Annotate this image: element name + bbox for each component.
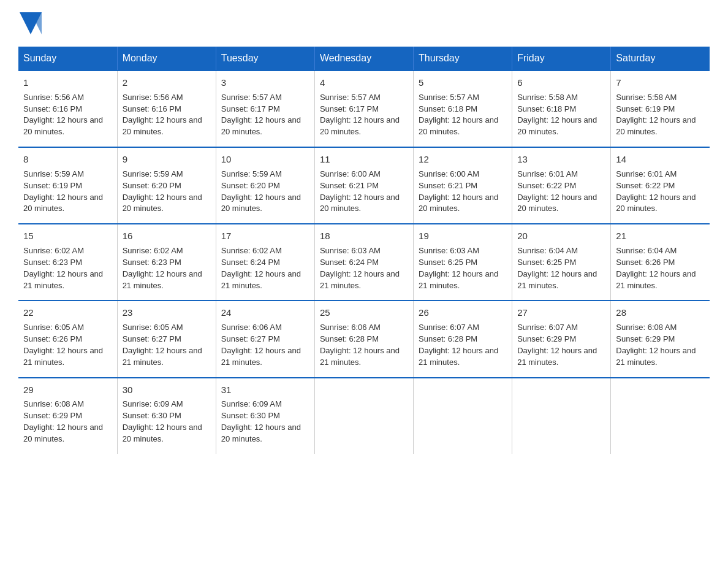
calendar-day-cell: 30Sunrise: 6:09 AMSunset: 6:30 PMDayligh… — [117, 378, 216, 454]
day-number: 14 — [616, 153, 705, 166]
day-info: Sunrise: 6:09 AMSunset: 6:30 PMDaylight:… — [221, 399, 309, 445]
page-header — [18, 12, 710, 34]
calendar-day-cell — [314, 378, 413, 454]
day-info: Sunrise: 6:02 AMSunset: 6:24 PMDaylight:… — [221, 245, 309, 291]
day-number: 3 — [221, 76, 309, 90]
day-number: 2 — [123, 76, 211, 90]
calendar-day-cell: 29Sunrise: 6:08 AMSunset: 6:29 PMDayligh… — [18, 378, 117, 454]
day-info: Sunrise: 5:58 AMSunset: 6:18 PMDaylight:… — [517, 92, 605, 138]
day-info: Sunrise: 5:57 AMSunset: 6:18 PMDaylight:… — [419, 92, 507, 138]
day-info: Sunrise: 5:57 AMSunset: 6:17 PMDaylight:… — [320, 92, 408, 138]
calendar-day-cell: 7Sunrise: 5:58 AMSunset: 6:19 PMDaylight… — [611, 71, 710, 147]
weekday-header-row: SundayMondayTuesdayWednesdayThursdayFrid… — [18, 47, 710, 71]
day-info: Sunrise: 6:00 AMSunset: 6:21 PMDaylight:… — [419, 169, 507, 215]
day-number: 19 — [419, 229, 507, 243]
calendar-day-cell: 6Sunrise: 5:58 AMSunset: 6:18 PMDaylight… — [512, 71, 611, 147]
calendar-day-cell: 31Sunrise: 6:09 AMSunset: 6:30 PMDayligh… — [216, 378, 314, 454]
day-info: Sunrise: 6:06 AMSunset: 6:28 PMDaylight:… — [320, 322, 408, 368]
calendar-body: 1Sunrise: 5:56 AMSunset: 6:16 PMDaylight… — [18, 71, 710, 454]
day-info: Sunrise: 5:59 AMSunset: 6:20 PMDaylight:… — [123, 169, 211, 215]
calendar-table: SundayMondayTuesdayWednesdayThursdayFrid… — [18, 47, 710, 454]
day-info: Sunrise: 6:02 AMSunset: 6:23 PMDaylight:… — [123, 245, 211, 291]
day-number: 17 — [221, 229, 309, 243]
day-number: 9 — [123, 153, 211, 166]
calendar-day-cell: 22Sunrise: 6:05 AMSunset: 6:26 PMDayligh… — [18, 301, 117, 377]
day-number: 5 — [419, 76, 507, 90]
calendar-day-cell: 21Sunrise: 6:04 AMSunset: 6:26 PMDayligh… — [611, 224, 710, 301]
calendar-day-cell: 17Sunrise: 6:02 AMSunset: 6:24 PMDayligh… — [216, 224, 314, 301]
calendar-day-cell: 20Sunrise: 6:04 AMSunset: 6:25 PMDayligh… — [512, 224, 611, 301]
calendar-week-row: 8Sunrise: 5:59 AMSunset: 6:19 PMDaylight… — [18, 147, 710, 224]
calendar-day-cell: 9Sunrise: 5:59 AMSunset: 6:20 PMDaylight… — [117, 147, 216, 224]
day-number: 31 — [221, 383, 309, 397]
calendar-day-cell: 4Sunrise: 5:57 AMSunset: 6:17 PMDaylight… — [314, 71, 413, 147]
day-info: Sunrise: 6:01 AMSunset: 6:22 PMDaylight:… — [616, 169, 705, 215]
calendar-day-cell: 19Sunrise: 6:03 AMSunset: 6:25 PMDayligh… — [414, 224, 512, 301]
day-number: 12 — [419, 153, 507, 166]
day-info: Sunrise: 5:56 AMSunset: 6:16 PMDaylight:… — [23, 92, 112, 138]
day-info: Sunrise: 5:56 AMSunset: 6:16 PMDaylight:… — [123, 92, 211, 138]
calendar-day-cell: 8Sunrise: 5:59 AMSunset: 6:19 PMDaylight… — [18, 147, 117, 224]
day-number: 16 — [123, 229, 211, 243]
day-info: Sunrise: 5:58 AMSunset: 6:19 PMDaylight:… — [616, 92, 705, 138]
day-info: Sunrise: 6:07 AMSunset: 6:29 PMDaylight:… — [517, 322, 605, 368]
calendar-day-cell: 23Sunrise: 6:05 AMSunset: 6:27 PMDayligh… — [117, 301, 216, 377]
day-number: 27 — [517, 306, 605, 320]
day-number: 7 — [616, 76, 705, 90]
calendar-day-cell: 1Sunrise: 5:56 AMSunset: 6:16 PMDaylight… — [18, 71, 117, 147]
calendar-week-row: 1Sunrise: 5:56 AMSunset: 6:16 PMDaylight… — [18, 71, 710, 147]
day-number: 24 — [221, 306, 309, 320]
day-info: Sunrise: 6:08 AMSunset: 6:29 PMDaylight:… — [616, 322, 705, 368]
calendar-day-cell: 15Sunrise: 6:02 AMSunset: 6:23 PMDayligh… — [18, 224, 117, 301]
calendar-week-row: 15Sunrise: 6:02 AMSunset: 6:23 PMDayligh… — [18, 224, 710, 301]
day-number: 6 — [517, 76, 605, 90]
day-info: Sunrise: 6:06 AMSunset: 6:27 PMDaylight:… — [221, 322, 309, 368]
day-number: 13 — [517, 153, 605, 166]
day-number: 23 — [123, 306, 211, 320]
day-number: 25 — [320, 306, 408, 320]
calendar-day-cell: 26Sunrise: 6:07 AMSunset: 6:28 PMDayligh… — [414, 301, 512, 377]
day-info: Sunrise: 6:05 AMSunset: 6:27 PMDaylight:… — [123, 322, 211, 368]
day-info: Sunrise: 6:07 AMSunset: 6:28 PMDaylight:… — [419, 322, 507, 368]
calendar-day-cell: 13Sunrise: 6:01 AMSunset: 6:22 PMDayligh… — [512, 147, 611, 224]
day-number: 11 — [320, 153, 408, 166]
weekday-header-cell: Tuesday — [216, 47, 314, 71]
calendar-day-cell: 3Sunrise: 5:57 AMSunset: 6:17 PMDaylight… — [216, 71, 314, 147]
day-number: 18 — [320, 229, 408, 243]
day-number: 22 — [23, 306, 112, 320]
day-info: Sunrise: 6:00 AMSunset: 6:21 PMDaylight:… — [320, 169, 408, 215]
weekday-header-cell: Saturday — [611, 47, 710, 71]
calendar-day-cell: 5Sunrise: 5:57 AMSunset: 6:18 PMDaylight… — [414, 71, 512, 147]
day-number: 30 — [123, 383, 211, 397]
day-number: 21 — [616, 229, 705, 243]
day-info: Sunrise: 5:59 AMSunset: 6:20 PMDaylight:… — [221, 169, 309, 215]
day-info: Sunrise: 5:59 AMSunset: 6:19 PMDaylight:… — [23, 169, 112, 215]
day-number: 15 — [23, 229, 112, 243]
calendar-day-cell: 28Sunrise: 6:08 AMSunset: 6:29 PMDayligh… — [611, 301, 710, 377]
weekday-header-cell: Monday — [117, 47, 216, 71]
calendar-day-cell — [414, 378, 512, 454]
weekday-header-cell: Friday — [512, 47, 611, 71]
day-info: Sunrise: 5:57 AMSunset: 6:17 PMDaylight:… — [221, 92, 309, 138]
calendar-day-cell: 16Sunrise: 6:02 AMSunset: 6:23 PMDayligh… — [117, 224, 216, 301]
calendar-day-cell: 24Sunrise: 6:06 AMSunset: 6:27 PMDayligh… — [216, 301, 314, 377]
day-info: Sunrise: 6:04 AMSunset: 6:25 PMDaylight:… — [517, 245, 605, 291]
day-number: 1 — [23, 76, 112, 90]
day-info: Sunrise: 6:09 AMSunset: 6:30 PMDaylight:… — [123, 399, 211, 445]
calendar-day-cell: 18Sunrise: 6:03 AMSunset: 6:24 PMDayligh… — [314, 224, 413, 301]
calendar-day-cell: 27Sunrise: 6:07 AMSunset: 6:29 PMDayligh… — [512, 301, 611, 377]
weekday-header-cell: Thursday — [414, 47, 512, 71]
calendar-week-row: 29Sunrise: 6:08 AMSunset: 6:29 PMDayligh… — [18, 378, 710, 454]
day-number: 10 — [221, 153, 309, 166]
day-info: Sunrise: 6:05 AMSunset: 6:26 PMDaylight:… — [23, 322, 112, 368]
day-number: 4 — [320, 76, 408, 90]
logo-text — [18, 12, 43, 34]
day-info: Sunrise: 6:08 AMSunset: 6:29 PMDaylight:… — [23, 399, 112, 445]
calendar-day-cell: 12Sunrise: 6:00 AMSunset: 6:21 PMDayligh… — [414, 147, 512, 224]
day-info: Sunrise: 6:03 AMSunset: 6:25 PMDaylight:… — [419, 245, 507, 291]
day-info: Sunrise: 6:04 AMSunset: 6:26 PMDaylight:… — [616, 245, 705, 291]
day-info: Sunrise: 6:02 AMSunset: 6:23 PMDaylight:… — [23, 245, 112, 291]
calendar-day-cell: 2Sunrise: 5:56 AMSunset: 6:16 PMDaylight… — [117, 71, 216, 147]
day-number: 20 — [517, 229, 605, 243]
weekday-header-cell: Wednesday — [314, 47, 413, 71]
